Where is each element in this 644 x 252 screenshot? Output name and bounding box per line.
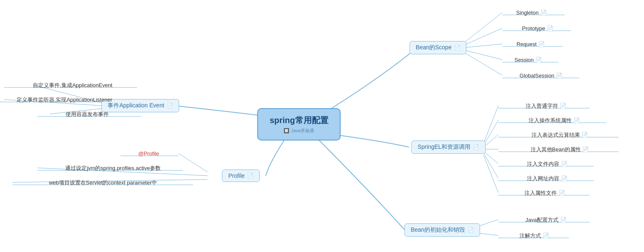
profile-icon: 📄 <box>247 173 253 179</box>
leaf-at-profile: @Profile <box>138 150 159 157</box>
event-icon: 📄 <box>167 103 173 109</box>
leaf-session: Session 📄 <box>514 56 542 63</box>
leaf-publish-event: 使用容器发布事件 <box>66 110 109 118</box>
branch-event[interactable]: 事件Application Event 📄 <box>101 99 179 112</box>
leaf-inject-props: 注入属性文件 📄 <box>524 189 565 197</box>
leaf-globalsession: GlobalSession 📄 <box>519 72 562 79</box>
svg-line-2 <box>463 44 502 48</box>
svg-line-11 <box>484 120 498 145</box>
svg-line-16 <box>484 155 498 193</box>
svg-line-34 <box>179 153 208 172</box>
central-label: spring常用配置 <box>269 115 328 126</box>
branch-bean-scope[interactable]: Bean的Scope 📄 <box>409 41 466 54</box>
svg-line-4 <box>463 52 502 75</box>
svg-line-12 <box>484 135 498 147</box>
leaf-jvm-param: 通过设定jvm的spring.profiles.active参数 <box>65 164 161 172</box>
leaf-inject-expr: 注入表达式云算结果 📄 <box>531 131 588 139</box>
leaf-request: Request 📄 <box>517 40 545 48</box>
leaf-prototype: Prototype 📄 <box>522 24 553 32</box>
leaf-java-config: Java配置方式 📄 <box>525 216 566 224</box>
leaf-singleton: Singleton 📄 <box>516 9 547 16</box>
svg-line-1 <box>463 28 502 46</box>
branch-bean-lifecycle[interactable]: Bean的初始化和销毁 📄 <box>404 223 480 237</box>
subtitle-icon: 🔲 <box>284 128 289 133</box>
central-node[interactable]: spring常用配置 🔲 Java李杨勇 <box>257 108 340 141</box>
bean-scope-icon: 📄 <box>454 45 460 51</box>
leaf-inject-bean: 注入其他Bean的属性 📄 <box>531 145 589 153</box>
svg-line-14 <box>484 151 498 164</box>
springel-icon: 📄 <box>473 144 479 150</box>
leaf-inject-file: 注入文件内容 📄 <box>527 160 568 168</box>
bean-lifecycle-icon: 📄 <box>468 227 474 233</box>
event-label: 事件Application Event <box>108 102 164 109</box>
svg-line-3 <box>463 50 502 60</box>
svg-line-0 <box>463 12 502 44</box>
profile-label: Profile <box>228 172 245 179</box>
leaf-event-listener: 定义事件监听器,实现ApplicationListener <box>17 96 112 104</box>
central-subtitle: Java李杨勇 <box>291 128 314 134</box>
branch-profile[interactable]: Profile 📄 <box>222 170 260 182</box>
springel-label: SpringEL和资源调用 <box>418 143 471 151</box>
leaf-annotation: 注解方式 📄 <box>519 232 549 240</box>
leaf-custom-event: 自定义事件,集成ApplicationEvent <box>33 81 112 89</box>
leaf-servlet-context: web项目设置在Servlet的context parameter中 <box>49 179 157 187</box>
branch-springel[interactable]: SpringEL和资源调用 📄 <box>411 141 486 154</box>
leaf-inject-char: 注入普通字符 📄 <box>526 102 566 110</box>
bean-scope-label: Bean的Scope <box>416 44 451 51</box>
bean-lifecycle-label: Bean的初始化和销毁 <box>411 226 465 234</box>
svg-line-10 <box>484 106 498 143</box>
mind-map: spring常用配置 🔲 Java李杨勇 Bean的Scope 📄 Single… <box>0 0 644 252</box>
leaf-inject-url: 注入网址内容 📄 <box>527 174 568 182</box>
svg-line-15 <box>484 153 498 178</box>
leaf-inject-os: 注入操作系统属性 📄 <box>529 116 580 124</box>
